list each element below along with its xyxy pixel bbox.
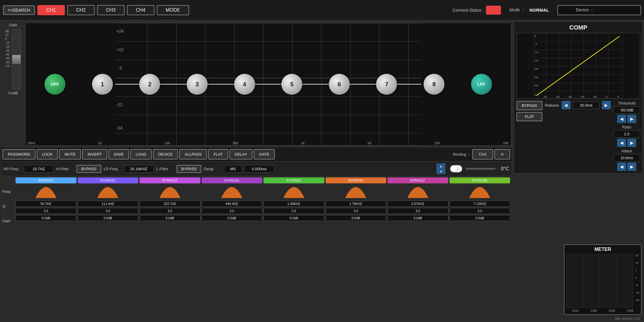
l-filter-bypass[interactable]: BYPASS (177, 165, 201, 173)
eq-knobs-row: HPF 1 2 3 4 5 6 7 8 LPF (25, 74, 511, 95)
gain-fader[interactable] (12, 30, 21, 89)
bypass3-button[interactable]: BYPASS3 (139, 177, 200, 183)
release-left-arrow[interactable]: ◀ (562, 101, 571, 109)
eq-knob-3[interactable]: 3 (187, 74, 208, 95)
delay-button[interactable]: DELAY (229, 149, 253, 160)
bypass2-button[interactable]: BYPASS2 (78, 177, 139, 183)
connect-status-label: Connect-Status : (453, 8, 484, 13)
band-1-gain: 0.0dB (16, 215, 76, 221)
ch4-button[interactable]: CH4 (127, 5, 154, 15)
password-button[interactable]: PASSWORD (2, 149, 36, 160)
band-8-gain: 0.0dB (450, 215, 510, 221)
lock-button[interactable]: LOCK (37, 149, 58, 160)
svg-text:0: 0 (120, 65, 122, 70)
device-button[interactable]: DEVICE (153, 149, 178, 160)
band-4-freq: 445.4HZ (202, 201, 263, 207)
band-3: BYPASS3 222.7HZ 3.0 0.0dB (139, 177, 200, 320)
eq-knob-4[interactable]: 4 (234, 74, 255, 95)
invert-button[interactable]: INVERT (82, 149, 107, 160)
band-6: BYPASS6 1.79KHZ 3.0 0.0dB (326, 177, 387, 320)
bypass5-button[interactable]: BYPASS5 (263, 177, 324, 183)
eq-knob-8[interactable]: 8 (424, 74, 444, 95)
db-scale: dB 10 0 -10 -20 -30 -40 -50 -60 -70 (5, 30, 10, 68)
routing-out-button[interactable]: A (494, 149, 510, 160)
toggle-switch[interactable] (450, 165, 462, 172)
band-3-gain: 0.0dB (139, 215, 200, 221)
ratio-label: Ratio (622, 125, 631, 129)
fader-handle (12, 55, 21, 64)
lp-freq-value: 20.16KHZ (124, 165, 154, 173)
band-5-q: 3.0 (263, 208, 324, 214)
release-value: 20.0ms (573, 102, 599, 109)
svg-text:-18: -18 (580, 95, 585, 98)
svg-text:-26: -26 (568, 95, 572, 98)
ch1-button[interactable]: CH1 (37, 5, 65, 15)
eq-knob-hpf[interactable]: HPF (45, 74, 65, 95)
bypass1-button[interactable]: BYPASS1 (16, 177, 76, 183)
svg-text:-24: -24 (116, 125, 122, 130)
ratio-right-arrow[interactable]: ▶ (627, 139, 636, 147)
band-bell-6 (344, 185, 368, 200)
ratio-left-arrow[interactable]: ◀ (617, 139, 626, 147)
svg-text:-50: -50 (534, 93, 538, 96)
bands-section: Freq Q Gain BYPASS1 55.7HZ 3.0 0.0dB BYP… (1, 176, 511, 321)
comp-buttons: BYPASS FLAT (516, 101, 542, 171)
routing-ch-button[interactable]: CH1 (472, 149, 493, 160)
attack-right-arrow[interactable]: ▶ (627, 162, 636, 171)
eq-knob-lpf[interactable]: LPF (471, 74, 492, 95)
eq-chart[interactable]: +24 +12 0 -12 -24 HPF 1 2 3 4 5 6 7 8 (25, 23, 511, 146)
svg-text:-2: -2 (605, 95, 608, 98)
save-button[interactable]: SAVE (108, 149, 129, 160)
svg-text:+24: +24 (116, 29, 124, 33)
eq-knob-5[interactable]: 5 (281, 74, 302, 95)
ch2-button[interactable]: CH2 (67, 5, 95, 15)
eq-knob-7[interactable]: 7 (376, 74, 397, 95)
hp-freq-value: 19.7HZ (24, 165, 54, 173)
l-filter-label: L-Filter (156, 167, 174, 171)
freq-axis: 20Hz 50 100 500 1K 5K 10K 20K (25, 141, 511, 145)
band-1-q: 3.0 (16, 208, 76, 214)
bypass7-button[interactable]: BYPASS7 (387, 177, 448, 183)
bypass8-button[interactable]: BYPASS8 (450, 177, 510, 183)
slider-track[interactable] (466, 168, 496, 170)
attack-left-arrow[interactable]: ◀ (617, 162, 626, 171)
load-button[interactable]: LOAD (130, 149, 151, 160)
bypass6-button[interactable]: BYPASS6 (326, 177, 387, 183)
eq-knob-2[interactable]: 2 (139, 74, 160, 95)
band-2: BYPASS2 111.4HZ 3.0 0.0dB (78, 177, 139, 320)
h-filter-bypass[interactable]: BYPASS (76, 165, 101, 173)
bypass4-button[interactable]: BYPASS4 (202, 177, 263, 183)
gate-button[interactable]: GATE (254, 149, 275, 160)
allpass-button[interactable]: ALLPASS (179, 149, 207, 160)
action-bar: PASSWORD LOCK MUTE INVERT SAVE LOAD DEVI… (1, 147, 511, 162)
gain-row-label: Gain (2, 219, 14, 223)
comp-flat-button[interactable]: FLAT (516, 112, 542, 121)
delay-down-arrow[interactable]: ▼ (436, 169, 445, 174)
svg-text:-26: -26 (534, 67, 538, 70)
comp-bypass-button[interactable]: BYPASS (516, 101, 542, 110)
svg-text:-34: -34 (555, 95, 560, 98)
band-bell-8 (468, 185, 492, 200)
ch3-button[interactable]: CH3 (97, 5, 125, 15)
status-light (486, 6, 501, 15)
mode-button[interactable]: MODE (157, 5, 189, 15)
meter-title: METER (566, 247, 639, 252)
meter-bar-ch2 (583, 254, 599, 308)
mode-value: NORMAL (529, 7, 549, 13)
delay-up-arrow[interactable]: ▲ (436, 163, 445, 169)
threshold-left-arrow[interactable]: ◀ (617, 115, 626, 123)
release-right-arrow[interactable]: ▶ (602, 101, 611, 109)
band-2-gain: 0.0dB (78, 215, 139, 221)
meter-bar-ch1 (566, 254, 582, 308)
search-button[interactable]: >>SEARCH (3, 5, 35, 15)
top-bar: >>SEARCH CH1 CH2 CH3 CH4 MODE Connect-St… (0, 0, 644, 20)
svg-text:6: 6 (534, 34, 536, 37)
flat-button[interactable]: FLAT (208, 149, 228, 160)
eq-knob-6[interactable]: 6 (329, 74, 350, 95)
app-version: App version:1.0.2 (612, 316, 643, 321)
threshold-right-arrow[interactable]: ▶ (627, 115, 636, 123)
band-8: BYPASS8 7.13KHZ 3.0 0.0dB (450, 177, 510, 320)
mute-button[interactable]: MUTE (59, 149, 81, 160)
band-7: BYPASS7 3.57KHZ 3.0 0.0dB (387, 177, 448, 320)
eq-knob-1[interactable]: 1 (92, 74, 113, 95)
